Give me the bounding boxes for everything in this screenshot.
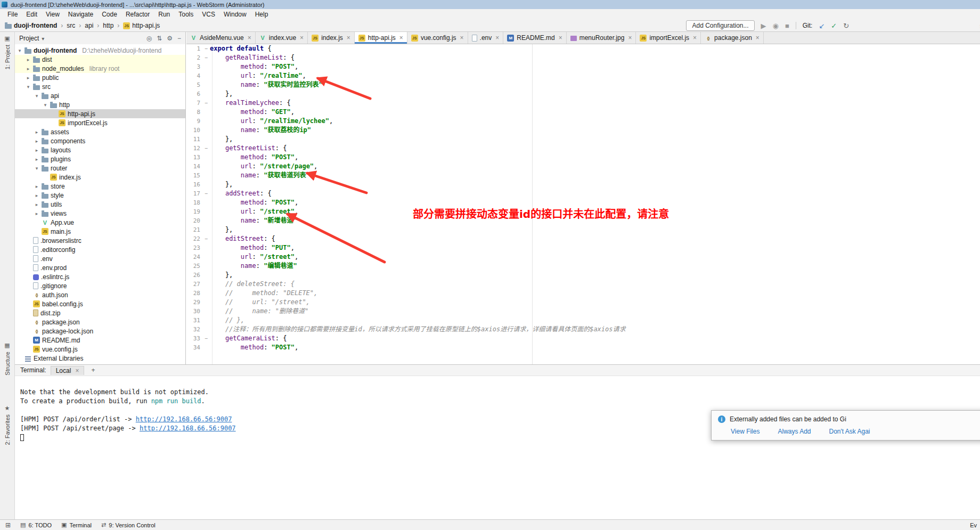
close-icon[interactable] (628, 34, 632, 42)
expand-arrow-icon[interactable]: ▸ (26, 75, 31, 80)
expand-arrow-icon[interactable]: ▸ (34, 202, 39, 207)
collapse-arrow-icon[interactable]: ▾ (43, 102, 48, 108)
expand-arrow-icon[interactable]: ▸ (34, 184, 39, 189)
menu-run[interactable]: Run (154, 9, 174, 20)
menu-file[interactable]: File (3, 9, 22, 20)
expand-arrow-icon[interactable]: ▸ (34, 211, 39, 216)
editor[interactable]: 1−export default {2− getRealTimeList: {3… (186, 44, 980, 364)
line-number[interactable]: 23 (186, 243, 202, 252)
close-icon[interactable] (756, 34, 760, 42)
code-line[interactable]: 22− editStreet: { (186, 234, 980, 243)
tree-item-external-libraries[interactable]: External Libraries (15, 354, 185, 363)
close-icon[interactable] (347, 34, 350, 42)
line-number[interactable]: 12 (186, 144, 202, 153)
code-line[interactable]: 23 method: "PUT", (186, 243, 980, 252)
tab-env[interactable]: .env (468, 32, 504, 44)
menu-edit[interactable]: Edit (22, 9, 42, 20)
fold-marker-icon[interactable]: − (202, 44, 210, 53)
status-9-version-control[interactable]: ⇄9: Version Control (101, 521, 156, 528)
code-line[interactable]: 5 name: "获取实时监控列表" (186, 80, 980, 89)
code-line[interactable]: 29 // url: "/street", (186, 298, 980, 307)
line-number[interactable]: 5 (186, 80, 202, 89)
tab-index-js[interactable]: JSindex.js (308, 32, 355, 44)
notification-action-don-t-ask-agai[interactable]: Don't Ask Agai (829, 428, 870, 435)
expand-arrow-icon[interactable]: ▸ (34, 138, 39, 144)
status-6-todo[interactable]: ▤6: TODO (20, 521, 52, 528)
line-number[interactable]: 15 (186, 171, 202, 180)
tree-item-duoji-frontend[interactable]: ▾duoji-frontend D:\zheheWeb\duoji-fronte… (15, 46, 185, 55)
collapse-arrow-icon[interactable]: ▾ (34, 166, 39, 171)
favorites-stripe-button[interactable]: ★ 2: Favorites (0, 405, 14, 445)
tool-window-switcher-icon[interactable]: ⊞ (5, 521, 11, 529)
tree-item-node-modules[interactable]: ▸node_modules library root (15, 64, 185, 73)
tree-item-utils[interactable]: ▸utils (15, 200, 185, 209)
close-icon[interactable] (248, 34, 251, 42)
line-number[interactable]: 11 (186, 135, 202, 144)
code-line[interactable]: 33− getCameraList: { (186, 334, 980, 343)
project-stripe-button[interactable]: ▣ 1: Project (0, 35, 14, 69)
line-number[interactable]: 6 (186, 89, 202, 99)
breadcrumb-item-http-api-js[interactable]: JShttp-api.js (121, 21, 161, 30)
tree-item-auth-json[interactable]: {}auth.json (15, 290, 185, 299)
tree-item-views[interactable]: ▸views (15, 209, 185, 218)
line-number[interactable]: 2 (186, 53, 202, 62)
chevron-down-icon[interactable] (42, 35, 44, 42)
fold-marker-icon[interactable]: − (202, 334, 210, 343)
tab-menurouter-jpg[interactable]: menuRouter.jpg (567, 32, 636, 44)
code-line[interactable]: 26 }, (186, 271, 980, 280)
close-icon[interactable] (300, 34, 304, 42)
code-line[interactable]: 9 url: "/realTime/lychee", (186, 117, 980, 126)
tab-vue-config-js[interactable]: JSvue.config.js (407, 32, 468, 44)
tree-item-editorconfig[interactable]: .editorconfig (15, 245, 185, 254)
code-line[interactable]: 30 // name: "删除巷道" (186, 307, 980, 316)
close-icon[interactable] (693, 34, 697, 42)
debug-icon[interactable]: ◉ (773, 22, 779, 29)
collapse-arrow-icon[interactable]: ▾ (17, 48, 22, 53)
line-number[interactable]: 10 (186, 126, 202, 135)
tree-item-package-json[interactable]: {}package.json (15, 317, 185, 327)
code-line[interactable]: 21 }, (186, 225, 980, 234)
line-number[interactable]: 22 (186, 234, 202, 243)
expand-arrow-icon[interactable]: ▸ (34, 157, 39, 162)
code-line[interactable]: 17− addStreet: { (186, 189, 980, 198)
tree-item-gitignore[interactable]: .gitignore (15, 281, 185, 290)
code-line[interactable]: 4 url: "/realTime", (186, 71, 980, 80)
code-line[interactable]: 10 name: "获取荔枝的ip" (186, 126, 980, 135)
code-line[interactable]: 15 name: "获取巷道列表" (186, 171, 980, 180)
tree-item-browserslistrc[interactable]: .browserslistrc (15, 236, 185, 245)
tree-item-package-lock-json[interactable]: {}package-lock.json (15, 327, 185, 336)
line-number[interactable]: 26 (186, 271, 202, 280)
locate-icon[interactable]: ◎ (146, 35, 152, 42)
close-icon[interactable] (399, 34, 403, 42)
tree-item-readme-md[interactable]: MREADME.md (15, 336, 185, 345)
code-line[interactable]: 28 // method: "DELETE", (186, 289, 980, 298)
tree-item-http[interactable]: ▾http (15, 100, 185, 109)
menu-window[interactable]: Window (219, 9, 251, 20)
code-line[interactable]: 6 }, (186, 89, 980, 99)
line-number[interactable]: 25 (186, 262, 202, 271)
line-number[interactable]: 24 (186, 252, 202, 262)
tree-item-dist-zip[interactable]: dist.zip (15, 308, 185, 317)
tab-http-api-js[interactable]: JShttp-api.js (355, 32, 407, 44)
notification-action-always-add[interactable]: Always Add (778, 428, 811, 435)
new-terminal-button[interactable] (88, 366, 97, 374)
line-number[interactable]: 27 (186, 280, 202, 289)
line-number[interactable]: 7 (186, 99, 202, 108)
tree-item-router[interactable]: ▾router (15, 164, 185, 173)
line-number[interactable]: 21 (186, 225, 202, 234)
status-event-log[interactable]: Ev (970, 522, 977, 528)
expand-arrow-icon[interactable]: ▸ (34, 193, 39, 198)
tree-item-assets[interactable]: ▸assets (15, 127, 185, 136)
code-line[interactable]: 13 method: "POST", (186, 153, 980, 162)
line-number[interactable]: 19 (186, 207, 202, 216)
tab-importexcel-js[interactable]: JSimportExcel.js (636, 32, 701, 44)
code-line[interactable]: 11 }, (186, 135, 980, 144)
collapse-icon[interactable]: ⇅ (157, 35, 162, 42)
tree-item-app-vue[interactable]: VApp.vue (15, 218, 185, 227)
stop-icon[interactable]: ■ (785, 22, 789, 29)
menu-vcs[interactable]: VCS (198, 9, 219, 20)
menu-code[interactable]: Code (97, 9, 121, 20)
tab-asidemenu-vue[interactable]: VAsideMenu.vue (186, 32, 256, 44)
line-number[interactable]: 14 (186, 162, 202, 171)
code-line[interactable]: 16 }, (186, 180, 980, 189)
